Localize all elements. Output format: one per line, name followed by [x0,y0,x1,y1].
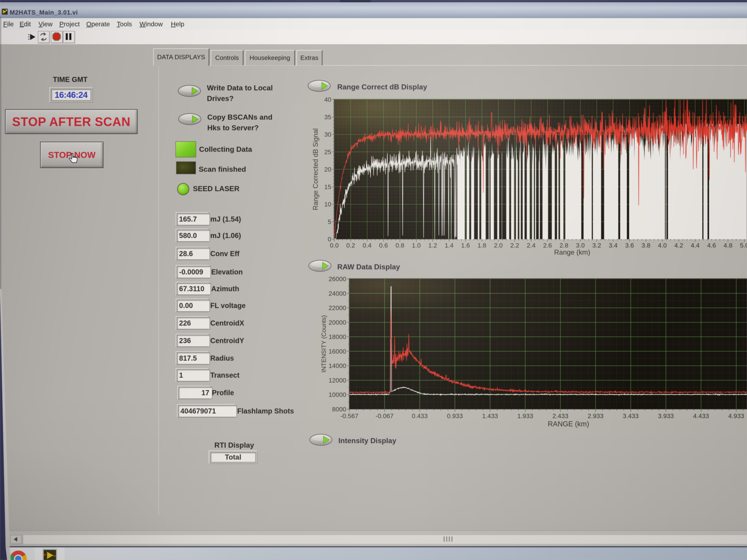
svg-text:1.4: 1.4 [445,242,454,249]
svg-text:4.0: 4.0 [658,242,667,249]
svg-text:2.8: 2.8 [560,242,568,249]
svg-text:0.0: 0.0 [330,242,339,249]
svg-text:4.8: 4.8 [724,242,732,249]
svg-text:16000: 16000 [329,348,346,355]
svg-text:3.433: 3.433 [623,412,639,420]
svg-text:25: 25 [324,149,331,156]
svg-text:1.8: 1.8 [478,242,486,249]
svg-text:RANGE (km): RANGE (km) [548,420,589,428]
svg-text:0.433: 0.433 [412,412,428,420]
svg-text:35: 35 [324,113,331,121]
svg-text:3.6: 3.6 [625,242,634,249]
svg-text:12000: 12000 [329,377,346,384]
svg-text:1.0: 1.0 [412,242,421,249]
svg-text:5.0: 5.0 [740,242,747,249]
svg-text:10000: 10000 [329,391,346,398]
svg-text:4.433: 4.433 [693,412,709,420]
svg-text:2.0: 2.0 [494,242,503,249]
svg-text:20: 20 [324,166,331,173]
svg-text:3.8: 3.8 [642,242,650,249]
svg-text:40: 40 [324,96,331,103]
svg-text:1.433: 1.433 [482,412,498,420]
svg-text:3.2: 3.2 [592,242,601,249]
svg-text:0.2: 0.2 [346,242,355,249]
svg-text:26000: 26000 [329,275,346,283]
svg-text:1.2: 1.2 [428,242,437,249]
svg-text:2.933: 2.933 [588,412,603,420]
svg-text:1.6: 1.6 [461,242,470,249]
svg-text:18000: 18000 [329,333,346,340]
svg-text:Range (km): Range (km) [554,248,590,256]
svg-text:INTENSITY (Counts): INTENSITY (Counts) [320,315,327,372]
svg-text:20000: 20000 [329,319,346,326]
svg-text:3.0: 3.0 [576,242,585,249]
svg-text:10: 10 [324,201,331,208]
svg-text:1.933: 1.933 [517,412,533,420]
svg-text:22000: 22000 [329,304,346,311]
svg-text:8000: 8000 [332,406,346,413]
svg-text:2.433: 2.433 [552,412,568,420]
svg-text:4.4: 4.4 [691,242,700,249]
svg-text:3.933: 3.933 [658,412,674,420]
svg-text:0.6: 0.6 [379,242,388,249]
svg-text:-0.567: -0.567 [340,412,358,420]
svg-text:0.8: 0.8 [395,242,404,249]
svg-text:-0.067: -0.067 [376,412,393,420]
svg-text:4.6: 4.6 [707,242,716,249]
svg-text:30: 30 [324,131,331,138]
svg-text:5: 5 [328,218,331,225]
svg-text:14000: 14000 [329,362,346,369]
svg-text:2.6: 2.6 [543,242,552,249]
svg-text:15: 15 [324,183,331,190]
svg-text:2.2: 2.2 [510,242,519,249]
svg-text:2.4: 2.4 [526,242,535,249]
svg-text:4.2: 4.2 [674,242,683,249]
svg-text:Range Corrected dB Signal: Range Corrected dB Signal [312,128,319,210]
svg-text:3.4: 3.4 [609,242,618,249]
svg-text:24000: 24000 [329,290,346,297]
svg-text:4.933: 4.933 [728,412,744,420]
svg-text:0.933: 0.933 [447,412,463,420]
svg-text:0.4: 0.4 [363,242,371,249]
